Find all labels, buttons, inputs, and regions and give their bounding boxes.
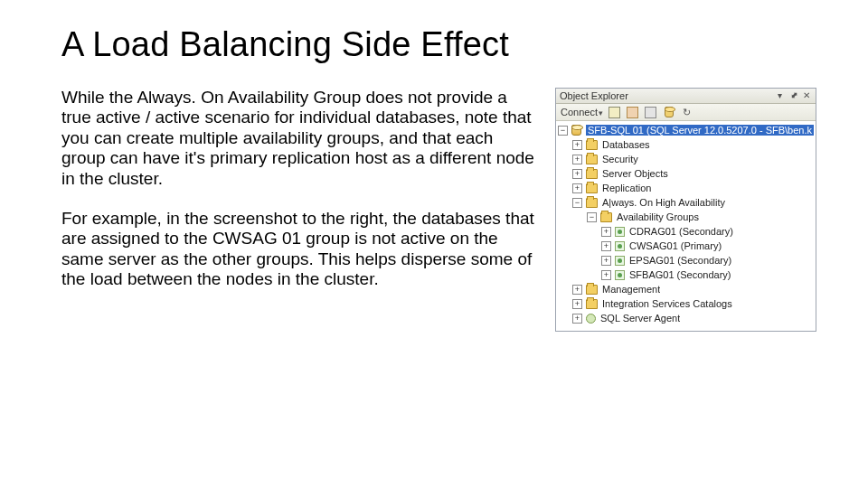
paragraph-1: While the Always. On Availability Group … [61,88,541,189]
tree-label: A|ways. On High Availability [602,197,725,208]
collapse-icon[interactable]: − [558,126,568,136]
tree-node-management[interactable]: + Management [558,282,814,296]
refresh-icon[interactable]: ↻ [681,106,693,118]
folder-icon [586,183,598,193]
object-explorer-header: Object Explorer ▾ ⬍ ✕ [556,89,816,104]
collapse-icon[interactable]: − [572,198,582,208]
tree-node-ag-epsag01[interactable]: + EPSAG01 (Secondary) [558,253,814,267]
tree-node-ag-cdrag01[interactable]: + CDRAG01 (Secondary) [558,224,814,239]
tree-label: CDRAG01 (Secondary) [629,226,733,237]
tree-node-databases[interactable]: + Databases [558,137,814,152]
tree-node-replication[interactable]: + Replication [558,181,814,195]
tree-root-label: SFB-SQL 01 (SQL Server 12.0.5207.0 - SFB… [586,125,814,136]
object-explorer-title: Object Explorer [560,90,628,101]
tree-node-ag-cwsag01[interactable]: + CWSAG01 (Primary) [558,239,814,253]
tree-label: EPSAG01 (Secondary) [629,255,731,266]
availability-group-icon [615,227,625,237]
expand-icon[interactable]: + [572,299,582,309]
tree-label: SQL Server Agent [600,313,680,324]
expand-icon[interactable]: + [572,314,582,324]
expand-icon[interactable]: + [601,241,611,251]
connect-button[interactable]: Connect▾ [561,107,603,117]
server-icon [571,125,581,136]
body-text: While the Always. On Availability Group … [61,88,541,310]
close-icon[interactable]: ✕ [803,91,812,100]
expand-icon[interactable]: + [572,140,582,150]
tree-label: Replication [602,183,651,193]
availability-group-icon [615,270,625,280]
expand-icon[interactable]: + [601,270,611,280]
folder-icon [586,140,598,150]
tree-node-ag-sfbag01[interactable]: + SFBAG01 (Secondary) [558,267,814,282]
folder-icon [600,212,612,222]
expand-icon[interactable]: + [601,256,611,266]
expand-icon[interactable]: + [572,169,582,179]
tree-node-server-objects[interactable]: + Server Objects [558,166,814,181]
tree-node-security[interactable]: + Security [558,152,814,166]
tree-view: − SFB-SQL 01 (SQL Server 12.0.5207.0 - S… [556,121,816,331]
tree-node-high-availability[interactable]: − A|ways. On High Availability [558,195,814,210]
chevron-down-icon[interactable]: ▾ [778,91,787,100]
expand-icon[interactable]: + [572,285,582,295]
tree-label: Management [602,284,660,295]
tree-label: SFBAG01 (Secondary) [629,269,731,280]
availability-group-icon [615,241,625,251]
tree-label: Availability Groups [617,211,699,222]
tree-label: Databases [602,139,650,150]
agent-icon [586,314,596,324]
disconnect-icon[interactable] [627,106,639,118]
filter-icon[interactable] [663,106,675,118]
tree-label: Security [602,154,638,164]
content-row: While the Always. On Availability Group … [61,88,807,332]
expand-icon[interactable]: + [572,183,582,193]
availability-group-icon [615,256,625,266]
object-explorer-panel: Object Explorer ▾ ⬍ ✕ Connect▾ ↻ [555,88,816,332]
expand-icon[interactable]: + [601,227,611,237]
folder-icon [586,299,598,309]
folder-icon [586,155,598,164]
collapse-icon[interactable]: − [587,212,597,222]
folder-icon [586,198,598,208]
slide: A Load Balancing Side Effect While the A… [0,0,868,350]
folder-icon [586,169,598,179]
tree-node-sql-server-agent[interactable]: + SQL Server Agent [558,311,814,325]
object-explorer-toolbar: Connect▾ ↻ [556,104,816,121]
tree-node-availability-groups[interactable]: − Availability Groups [558,210,814,224]
tree-label: CWSAG01 (Primary) [629,240,722,251]
tree-label: Server Objects [602,168,668,179]
connect-label: Connect [561,107,598,117]
tree-node-integration-services[interactable]: + Integration Services Catalogs [558,296,814,311]
plug-icon[interactable] [609,106,621,118]
paragraph-2: For example, in the screenshot to the ri… [61,209,541,290]
pin-icon[interactable]: ⬍ [788,89,801,102]
expand-icon[interactable]: + [572,155,582,164]
tree-root-server[interactable]: − SFB-SQL 01 (SQL Server 12.0.5207.0 - S… [558,123,814,137]
stop-icon[interactable] [645,106,657,118]
slide-title: A Load Balancing Side Effect [61,25,807,64]
tree-label: Integration Services Catalogs [602,298,732,309]
folder-icon [586,285,598,295]
